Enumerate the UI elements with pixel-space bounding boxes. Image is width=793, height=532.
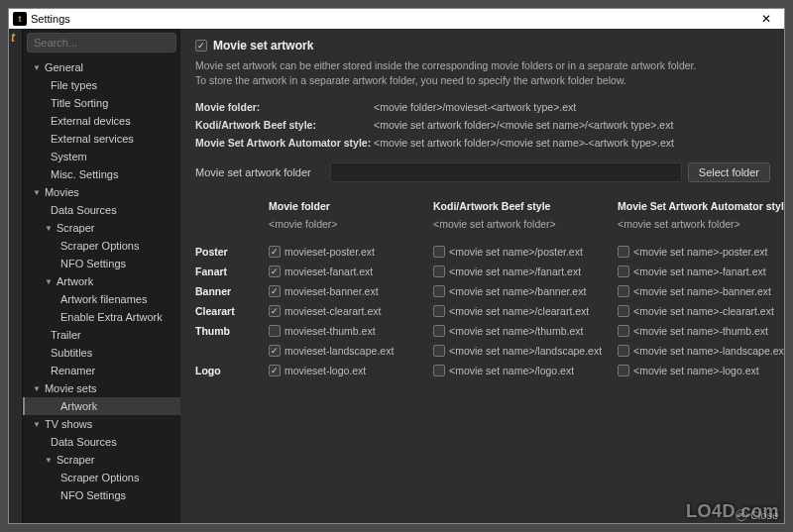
filename-checkbox[interactable]: [269, 266, 281, 277]
filename-cell: <movie set name>-landscape.ext: [618, 343, 784, 359]
tree-item[interactable]: External devices: [23, 112, 180, 130]
filename-checkbox[interactable]: [433, 365, 445, 376]
filename-checkbox[interactable]: [618, 345, 629, 357]
filename-text: movieset-fanart.ext: [284, 266, 373, 277]
column-header: Kodi/Artwork Beef style: [433, 200, 612, 214]
tree-group[interactable]: ▼Movies: [23, 183, 180, 201]
filename-checkbox[interactable]: [433, 285, 445, 297]
row-label: Banner: [195, 283, 263, 299]
filename-text: <movie set name>/thumb.ext: [449, 325, 583, 337]
filename-cell: <movie set name>-thumb.ext: [618, 323, 784, 339]
close-button[interactable]: ✕ Close: [736, 509, 778, 521]
tree-group[interactable]: ▼Movie sets: [23, 379, 180, 397]
filename-text: movieset-poster.ext: [284, 246, 375, 258]
artwork-folder-input[interactable]: [330, 162, 682, 182]
filename-cell: <movie set name>/poster.ext: [433, 244, 612, 260]
settings-window: t Settings ✕ ▼GeneralFile typesTitle Sor…: [8, 8, 785, 524]
row-label: Fanart: [195, 264, 263, 279]
column-subheader: <movie set artwork folder>: [618, 218, 784, 240]
filename-cell: <movie set name>/clearart.ext: [433, 303, 612, 319]
filename-cell: <movie set name>/fanart.ext: [433, 264, 612, 279]
column-header: Movie folder: [269, 200, 427, 214]
path-value: <movie folder>/movieset-<artwork type>.e…: [374, 101, 576, 113]
close-label: Close: [750, 509, 778, 521]
tree-item[interactable]: External services: [23, 130, 180, 148]
tree-group[interactable]: ▼TV shows: [23, 415, 180, 433]
tree-item[interactable]: Renamer: [23, 362, 180, 379]
filename-checkbox[interactable]: [269, 345, 281, 357]
filename-text: movieset-clearart.ext: [284, 305, 381, 317]
tree-item[interactable]: Title Sorting: [23, 94, 180, 112]
filename-cell: <movie set name>/logo.ext: [433, 363, 612, 378]
tree-item[interactable]: Data Sources: [23, 201, 180, 219]
tree-item[interactable]: NFO Settings: [23, 486, 180, 504]
filename-text: <movie set name>-banner.ext: [633, 285, 771, 297]
tree-subgroup[interactable]: ▼Scraper: [23, 451, 180, 469]
tree-item[interactable]: Enable Extra Artwork: [23, 308, 180, 326]
filename-checkbox[interactable]: [618, 285, 629, 297]
chevron-down-icon: ▼: [33, 384, 41, 393]
filename-checkbox[interactable]: [269, 325, 281, 337]
tree-subgroup-label: Scraper: [57, 454, 95, 466]
tree-item[interactable]: Trailer: [23, 326, 180, 344]
tree-item[interactable]: Scraper Options: [23, 469, 180, 486]
filename-cell: movieset-thumb.ext: [269, 323, 427, 339]
tree-subgroup[interactable]: ▼Scraper: [23, 219, 180, 237]
filename-checkbox[interactable]: [433, 345, 445, 357]
tree-item[interactable]: Scraper Options: [23, 237, 180, 255]
path-value: <movie set artwork folder>/<movie set na…: [374, 137, 674, 149]
tree-item[interactable]: NFO Settings: [23, 255, 180, 272]
filename-checkbox[interactable]: [269, 246, 281, 258]
close-icon: ✕: [736, 509, 747, 521]
filename-checkbox[interactable]: [618, 246, 629, 258]
filename-cell: movieset-poster.ext: [269, 244, 427, 260]
filename-text: <movie set name>/banner.ext: [449, 285, 586, 297]
column-header: Movie Set Artwork Automator style: [618, 200, 784, 214]
filename-checkbox[interactable]: [618, 266, 629, 277]
filename-checkbox[interactable]: [618, 305, 629, 317]
tree-subgroup[interactable]: ▼Artwork: [23, 272, 180, 290]
chevron-down-icon: ▼: [33, 420, 41, 429]
titlebar: t Settings ✕: [9, 9, 784, 29]
filename-checkbox[interactable]: [618, 365, 629, 376]
filename-checkbox[interactable]: [433, 325, 445, 337]
filename-text: <movie set name>-thumb.ext: [633, 325, 768, 337]
tree-item[interactable]: System: [23, 148, 180, 165]
folder-label: Movie set artwork folder: [195, 166, 324, 178]
filename-checkbox[interactable]: [433, 246, 445, 258]
filename-cell: <movie set name>/thumb.ext: [433, 323, 612, 339]
filename-text: <movie set name>/logo.ext: [449, 365, 574, 376]
row-label: Thumb: [195, 323, 263, 339]
tree-item[interactable]: Misc. Settings: [23, 165, 180, 183]
filename-cell: movieset-logo.ext: [269, 363, 427, 378]
filename-cell: <movie set name>/banner.ext: [433, 283, 612, 299]
tree-item[interactable]: Data Sources: [23, 433, 180, 451]
column-subheader: <movie set artwork folder>: [433, 218, 612, 240]
section-toggle-checkbox[interactable]: [195, 40, 207, 52]
filename-checkbox[interactable]: [433, 305, 445, 317]
search-input[interactable]: [27, 33, 176, 53]
chevron-down-icon: ▼: [33, 63, 41, 72]
tree-item[interactable]: File types: [23, 76, 180, 94]
filename-checkbox[interactable]: [269, 285, 281, 297]
settings-tree[interactable]: ▼GeneralFile typesTitle SortingExternal …: [23, 56, 180, 523]
tree-group[interactable]: ▼General: [23, 58, 180, 76]
filename-cell: movieset-fanart.ext: [269, 264, 427, 279]
desc-line-2: To store the artwork in a separate artwo…: [195, 73, 770, 88]
filename-checkbox[interactable]: [269, 305, 281, 317]
filename-checkbox[interactable]: [269, 365, 281, 376]
filename-text: <movie set name>-landscape.ext: [633, 345, 784, 357]
tree-item[interactable]: Subtitles: [23, 344, 180, 362]
window-close-button[interactable]: ✕: [752, 12, 780, 26]
tree-group-label: Movies: [45, 186, 79, 198]
tree-item[interactable]: Artwork: [23, 397, 180, 415]
filename-checkbox[interactable]: [433, 266, 445, 277]
select-folder-button[interactable]: Select folder: [688, 162, 770, 182]
filename-text: <movie set name>-logo.ext: [633, 365, 759, 376]
chevron-down-icon: ▼: [45, 224, 53, 233]
filename-cell: <movie set name>/landscape.ext: [433, 343, 612, 359]
section-description: Movie set artwork can be either stored i…: [195, 58, 770, 87]
filename-cell: <movie set name>-poster.ext: [618, 244, 784, 260]
tree-item[interactable]: Artwork filenames: [23, 290, 180, 308]
filename-checkbox[interactable]: [618, 325, 629, 337]
